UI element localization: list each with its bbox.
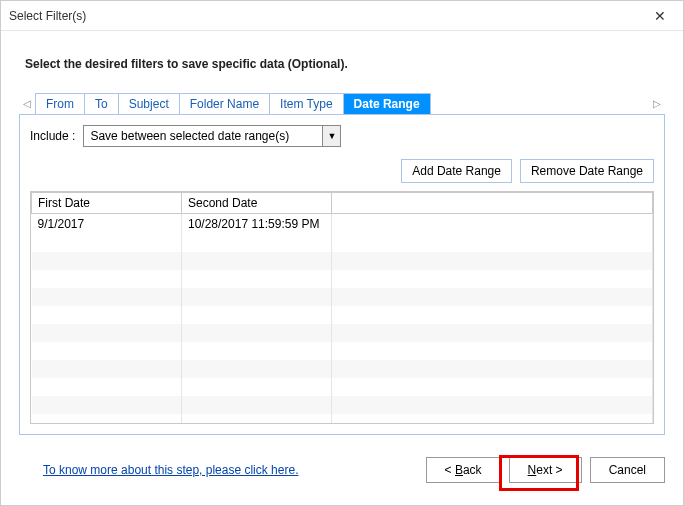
- add-date-range-button[interactable]: Add Date Range: [401, 159, 512, 183]
- table-row: [32, 270, 653, 288]
- date-range-table: First Date Second Date 9/1/2017 10/28/20…: [30, 191, 654, 424]
- table-row: [32, 234, 653, 252]
- cell-second-date: 10/28/2017 11:59:59 PM: [182, 214, 332, 235]
- tab-folder-name[interactable]: Folder Name: [180, 93, 270, 114]
- col-first-date[interactable]: First Date: [32, 193, 182, 214]
- tab-subject[interactable]: Subject: [119, 93, 180, 114]
- table-row: [32, 414, 653, 424]
- cancel-button[interactable]: Cancel: [590, 457, 665, 483]
- include-dropdown-value: Save between selected date range(s): [84, 129, 322, 143]
- table-row: [32, 342, 653, 360]
- back-button[interactable]: < Back: [426, 457, 501, 483]
- tab-strip: From To Subject Folder Name Item Type Da…: [35, 93, 431, 114]
- table-row: [32, 360, 653, 378]
- next-button[interactable]: Next >: [509, 457, 582, 483]
- tab-item-type[interactable]: Item Type: [270, 93, 343, 114]
- include-label: Include :: [30, 129, 75, 143]
- filter-panel: Include : Save between selected date ran…: [19, 115, 665, 435]
- footer-buttons: < Back Next > Cancel: [426, 457, 665, 483]
- help-link[interactable]: To know more about this step, please cli…: [43, 463, 298, 477]
- table-row: [32, 378, 653, 396]
- table-row: [32, 306, 653, 324]
- close-icon[interactable]: ✕: [645, 1, 675, 31]
- tab-scroll-left-icon[interactable]: ◁: [19, 94, 35, 114]
- footer: To know more about this step, please cli…: [1, 445, 683, 505]
- cell-first-date: 9/1/2017: [32, 214, 182, 235]
- tab-date-range[interactable]: Date Range: [344, 93, 431, 114]
- instruction-text: Select the desired filters to save speci…: [25, 57, 665, 71]
- table-row[interactable]: 9/1/2017 10/28/2017 11:59:59 PM: [32, 214, 653, 235]
- table-row: [32, 252, 653, 270]
- table-row: [32, 288, 653, 306]
- table-row: [32, 324, 653, 342]
- tab-from[interactable]: From: [36, 93, 85, 114]
- remove-date-range-button[interactable]: Remove Date Range: [520, 159, 654, 183]
- cell-empty: [332, 214, 653, 235]
- window-title: Select Filter(s): [9, 9, 86, 23]
- tab-row: ◁ From To Subject Folder Name Item Type …: [19, 93, 665, 115]
- col-second-date[interactable]: Second Date: [182, 193, 332, 214]
- chevron-down-icon: ▼: [322, 126, 340, 146]
- tab-scroll-right-icon[interactable]: ▷: [649, 94, 665, 114]
- include-row: Include : Save between selected date ran…: [30, 125, 654, 147]
- col-empty: [332, 193, 653, 214]
- table-header-row: First Date Second Date: [32, 193, 653, 214]
- range-button-bar: Add Date Range Remove Date Range: [30, 159, 654, 183]
- include-dropdown[interactable]: Save between selected date range(s) ▼: [83, 125, 341, 147]
- table-row: [32, 396, 653, 414]
- content-area: Select the desired filters to save speci…: [1, 31, 683, 435]
- title-bar: Select Filter(s) ✕: [1, 1, 683, 31]
- tab-to[interactable]: To: [85, 93, 119, 114]
